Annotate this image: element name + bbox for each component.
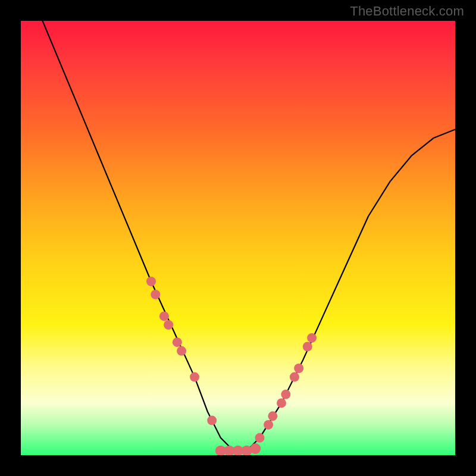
curve-marker — [255, 433, 265, 443]
curve-markers — [146, 277, 317, 455]
curve-marker — [207, 416, 217, 425]
curve-svg — [21, 21, 455, 455]
plot-area — [21, 21, 455, 455]
curve-marker — [173, 337, 182, 347]
curve-marker — [146, 277, 156, 286]
curve-marker — [164, 320, 173, 330]
attribution-text: TheBottleneck.com — [350, 4, 464, 19]
curve-marker — [281, 390, 290, 399]
curve-marker — [250, 443, 261, 454]
curve-marker — [159, 311, 169, 321]
curve-marker — [294, 364, 303, 373]
curve-marker — [264, 420, 273, 430]
curve-marker — [307, 333, 317, 343]
curve-marker — [268, 411, 277, 421]
curve-marker — [177, 346, 186, 356]
curve-marker — [190, 372, 199, 382]
chart-frame: TheBottleneck.com — [0, 0, 476, 476]
curve-marker — [303, 342, 312, 352]
curve-marker — [151, 290, 160, 299]
curve-marker — [277, 398, 286, 408]
curve-marker — [290, 372, 299, 382]
bottleneck-curve — [43, 21, 456, 451]
